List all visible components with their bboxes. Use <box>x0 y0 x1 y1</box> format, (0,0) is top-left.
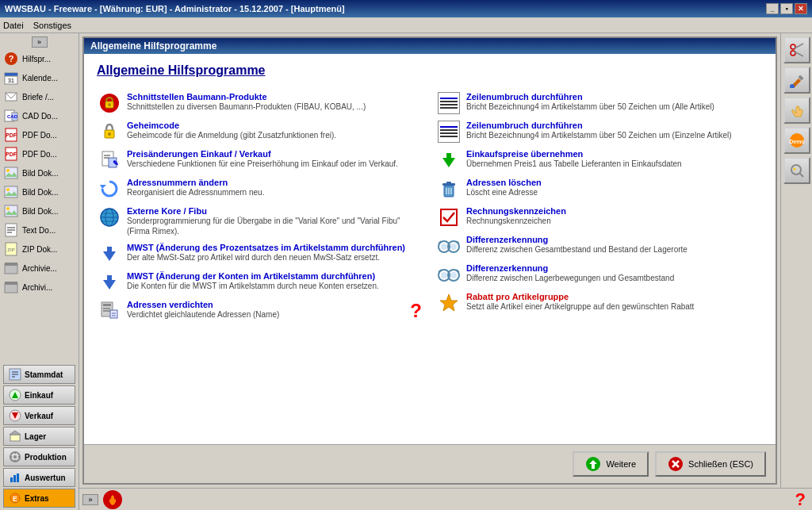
item-externe-kore-text: Externe Kore / Fibu Sonderprogrammierung… <box>127 206 422 236</box>
dialog-heading: Allgemeine Hilfsprogramme <box>97 63 763 78</box>
item-differenzerkennung1-title: Differenzerkennung <box>466 235 761 244</box>
glasses-icon2 <box>438 263 460 286</box>
toolbar-btn-scissors[interactable] <box>783 36 810 63</box>
toolbar-btn-hand[interactable] <box>783 97 810 124</box>
question-mark-bottom: ? <box>795 489 806 510</box>
sidebar-item-briefe[interactable]: Briefe /... <box>0 87 79 106</box>
left-column: Schnittstellen Baumann-Produkte Schnitts… <box>97 89 423 325</box>
item-adressen-loeschen[interactable]: Adressen löschen Löscht eine Adresse <box>436 174 763 203</box>
toolbar-btn-demo[interactable]: Demo <box>783 127 810 154</box>
svg-point-51 <box>108 103 111 106</box>
star-icon <box>438 292 460 314</box>
sidebar-item-kalender[interactable]: 31 Kalende... <box>0 68 79 87</box>
nav-lager[interactable]: Lager <box>3 427 75 446</box>
item-zeilenumbruch1-desc: Bricht Bezeichnung4 im Artikelstamm über… <box>466 102 761 112</box>
sidebar-item-text[interactable]: Text Do... <box>0 220 79 240</box>
sidebar-item-cad[interactable]: CAD CAD Do... <box>0 106 79 125</box>
svg-rect-29 <box>5 282 17 285</box>
nav-auswertung[interactable]: Auswertun <box>3 468 75 487</box>
item-adressen-loeschen-text: Adressen löschen Löscht eine Adresse <box>466 178 761 197</box>
nav-produktion[interactable]: Produktion <box>3 447 75 466</box>
right-column: Zeilenumbruch durchführen Bricht Bezeich… <box>436 89 763 325</box>
nav-stammdat[interactable]: Stammdat <box>3 365 75 384</box>
svg-line-107 <box>795 44 803 48</box>
doc-compress-icon <box>98 300 121 322</box>
item-einkaufspreise[interactable]: Einkaufspreise übernehmen Übernehmen Pre… <box>436 146 763 174</box>
item-rechnungskennzeichen-title: Rechnungskennzeichen <box>466 206 761 216</box>
arrow-down-blue2-icon <box>98 271 121 293</box>
sidebar-item-pdf1[interactable]: PDF PDF Do... <box>0 125 79 144</box>
item-mwst1-desc: Der alte MwSt-Satz pro Artikel wird durc… <box>127 252 422 263</box>
item-geheimcode-title: Geheimcode <box>127 121 422 130</box>
item-mwst1[interactable]: MWST (Änderung des Prozentsatzes im Arti… <box>97 240 423 268</box>
green-down-icon <box>438 149 460 171</box>
item-mwst1-text: MWST (Änderung des Prozentsatzes im Arti… <box>127 243 422 263</box>
sidebar-item-pdf2[interactable]: PDF PDF Do... <box>0 144 79 163</box>
sidebar-item-bild3[interactable]: Bild Dok... <box>0 201 79 220</box>
toolbar-btn-search[interactable] <box>783 157 810 184</box>
item-geheimcode[interactable]: Geheimcode Geheimcode für die Anmeldung … <box>97 117 423 146</box>
svg-rect-46 <box>17 474 19 482</box>
item-rabatt[interactable]: Rabatt pro Artikelgruppe Setzt alle Arti… <box>436 289 763 317</box>
sidebar-item-bild2[interactable]: Bild Dok... <box>0 182 79 201</box>
schliessen-icon <box>668 456 684 472</box>
schliessen-button[interactable]: Schließen (ESC) <box>655 451 766 477</box>
sidebar-item-archiv2[interactable]: Archivi... <box>0 278 79 297</box>
zeilen-icon2 <box>438 121 460 143</box>
expand-btn-bottom[interactable]: » <box>82 494 98 505</box>
earth-icon <box>98 206 121 228</box>
item-mwst2[interactable]: MWST (Änderung der Konten im Artikelstam… <box>97 268 423 297</box>
item-adressen-verdichten-text: Adressen verdichten Verdichtet gleichlau… <box>127 300 404 320</box>
weitere-icon <box>585 456 601 472</box>
fire-icon <box>106 493 119 506</box>
item-externe-kore[interactable]: Externe Kore / Fibu Sonderprogrammierung… <box>97 203 423 240</box>
svg-line-114 <box>799 173 803 177</box>
svg-point-115 <box>793 168 795 171</box>
menu-datei[interactable]: Datei <box>3 21 24 30</box>
menu-sonstiges[interactable]: Sonstiges <box>33 21 71 30</box>
item-schnittstellen[interactable]: Schnittstellen Baumann-Produkte Schnitts… <box>97 89 423 117</box>
close-button[interactable]: ✕ <box>795 3 807 14</box>
item-differenzerkennung1[interactable]: Differenzerkennung Differenz zwischen Ge… <box>436 232 763 260</box>
svg-rect-80 <box>446 182 451 184</box>
sidebar-hilfe-label: Hilfspr... <box>22 55 51 63</box>
toolbar-btn-paint[interactable] <box>783 67 810 94</box>
app-icon-bottom[interactable] <box>103 490 122 509</box>
item-adressen-verdichten[interactable]: Adressen verdichten Verdichtet gleichlau… <box>97 297 423 325</box>
item-zeilenumbruch1[interactable]: Zeilenumbruch durchführen Bricht Bezeich… <box>436 89 763 117</box>
svg-marker-99 <box>440 294 458 311</box>
maximize-button[interactable]: ▪ <box>780 3 793 14</box>
item-differenzerkennung2[interactable]: Differenzerkennung Differenz zwischen La… <box>436 260 763 289</box>
sidebar-bild1-label: Bild Dok... <box>22 169 59 178</box>
svg-line-108 <box>795 52 803 56</box>
item-adressnummern[interactable]: Adressnummern ändern Reorganisiert die A… <box>97 174 423 203</box>
item-preisaenderungen[interactable]: ✎ Preisänderungen Einkauf / Verkauf Vers… <box>97 146 423 174</box>
sidebar-item-hilfe[interactable]: ? Hilfspr... <box>0 49 79 68</box>
item-zeilenumbruch1-title: Zeilenumbruch durchführen <box>466 92 761 102</box>
scissors-icon <box>789 42 805 58</box>
minimize-button[interactable]: _ <box>766 3 779 14</box>
svg-point-15 <box>6 169 10 172</box>
sidebar-item-zip[interactable]: ZIP ZIP Dok... <box>0 240 79 259</box>
nav-extras[interactable]: E Extras <box>3 489 75 508</box>
item-zeilenumbruch2[interactable]: Zeilenumbruch durchführen Bricht Bezeich… <box>436 117 763 146</box>
nav-einkauf[interactable]: Einkauf <box>3 385 75 405</box>
item-differenzerkennung1-text: Differenzerkennung Differenz zwischen Ge… <box>466 235 761 255</box>
item-rabatt-text: Rabatt pro Artikelgruppe Setzt alle Arti… <box>466 292 761 312</box>
item-geheimcode-desc: Geheimcode für die Anmeldung (gibt Zusat… <box>127 130 422 140</box>
sidebar-item-archiv1[interactable]: Archivie... <box>0 259 79 278</box>
item-differenzerkennung2-text: Differenzerkennung Differenz zwischen La… <box>466 263 761 283</box>
svg-marker-59 <box>100 185 106 189</box>
item-schnittstellen-text: Schnittstellen Baumann-Produkte Schnitts… <box>127 92 422 112</box>
nav-verkauf[interactable]: Verkauf <box>3 406 75 425</box>
item-externe-kore-desc: Sonderprogrammierung für die Übergabe in… <box>127 216 422 236</box>
weitere-button[interactable]: Weitere <box>573 451 649 477</box>
item-externe-kore-title: Externe Kore / Fibu <box>127 206 422 216</box>
sidebar-expand-btn[interactable]: » <box>32 36 48 48</box>
item-rechnungskennzeichen-text: Rechnungskennzeichen Rechnungskennzeiche… <box>466 206 761 226</box>
items-grid: Schnittstellen Baumann-Produkte Schnitts… <box>97 89 763 325</box>
item-schnittstellen-desc: Schnittstellen zu diversen Baumann-Produ… <box>127 102 422 112</box>
item-einkaufspreise-desc: Übernehmen Preis1 aus Tabelle Lieferante… <box>466 159 761 169</box>
sidebar-item-bild1[interactable]: Bild Dok... <box>0 163 79 182</box>
item-rechnungskennzeichen[interactable]: Rechnungskennzeichen Rechnungskennzeiche… <box>436 203 763 232</box>
